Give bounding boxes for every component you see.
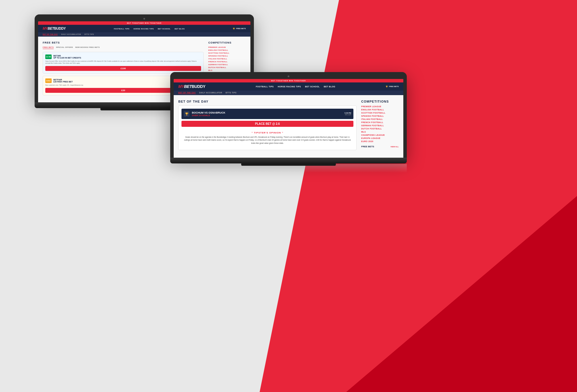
comp-euro-front[interactable]: EURO 2020	[361, 140, 399, 142]
main-front: BET OF THE DAY 🏆 BOCHUM VS OSNABRUCK OVE…	[178, 100, 357, 153]
comp-premier-front[interactable]: PREMIER LEAGUE	[361, 105, 399, 108]
laptop-back-camera	[143, 18, 145, 20]
nav-football-tips-front[interactable]: FOOTBALL TIPS	[256, 86, 274, 88]
bet365-cta-back[interactable]: £100	[45, 66, 201, 71]
comp-french-back[interactable]: FRENCH FOOTBALL	[208, 61, 246, 63]
bet365-header-back: bet 365 BET365 UP TO £100 IN BET CREDITS	[45, 54, 201, 59]
bet365-desc-back: Open Account Offer. Up to £100 in Bet Cr…	[45, 60, 201, 64]
bet365-logo-back: bet 365	[45, 54, 52, 59]
nav-bet-blog-back[interactable]: BET BLOG	[175, 28, 185, 30]
comp-english-front[interactable]: ENGLISH FOOTBALL	[361, 109, 399, 111]
sub-nav-front: BET OF THE DAY DAILY ACCUMULATOR BTTS TI…	[174, 91, 403, 95]
quote-close-icon: "	[282, 131, 283, 134]
trophy-nav-icon-back: 🏆	[233, 28, 235, 30]
comp-champions-front[interactable]: CHAMPIONS LEAGUE	[361, 134, 399, 136]
comp-italian-back[interactable]: ITALIAN FOOTBALL	[208, 58, 246, 60]
nav-bet-school-back[interactable]: BET SCHOOL	[158, 28, 171, 30]
quote-open-icon: "	[252, 131, 254, 134]
comp-german-front[interactable]: GERMAN FOOTBALL	[361, 125, 399, 127]
nav-horse-racing-front[interactable]: HORSE RACING TIPS	[278, 86, 301, 88]
free-bets-sidebar-front: FREE BETS VIEW ALL	[361, 145, 399, 148]
tipster-text-front: Goals should be on the agenda in the Bun…	[184, 136, 351, 145]
nav-links-front: FOOTBALL TIPS HORSE RACING TIPS BET SCHO…	[256, 85, 336, 88]
comp-scottish-front[interactable]: SCOTTISH FOOTBALL	[361, 112, 399, 114]
betfair-info-back: BETFAIR £20 RISK FREE BET	[53, 79, 73, 83]
comp-scottish-back[interactable]: SCOTTISH FOOTBALL	[208, 52, 246, 54]
match-card-front: 🏆 BOCHUM VS OSNABRUCK OVER 3.5 GOALS 5:3…	[181, 109, 353, 119]
match-cup-front: FA CUP	[344, 114, 351, 116]
nav-bet-blog-front[interactable]: BET BLOG	[324, 86, 335, 88]
sub-nav-accumulator-back[interactable]: DAILY ACCUMULATOR	[61, 33, 81, 35]
betfair-brand-back: BETFAIR	[53, 79, 73, 81]
comp-spanish-back[interactable]: SPANISH FOOTBALL	[208, 55, 246, 57]
match-trophy-icon-front: 🏆	[184, 111, 190, 117]
navbar-front: MYBETBUDDY FOOTBALL TIPS HORSE RACING TI…	[174, 82, 403, 91]
tipster-section-front: " TIPSTER'S OPINION " Goals should be on…	[181, 129, 353, 147]
comp-english-back[interactable]: ENGLISH FOOTBALL	[208, 49, 246, 51]
logo-back: MYBETBUDDY	[43, 27, 66, 31]
navbar-back: MYBETBUDDY FOOTBALL TIPS HORSE RACING TI…	[38, 25, 250, 32]
tabs-back: FREE BETS SPECIAL OFFERS NEW BOOKIE FREE…	[43, 46, 204, 49]
bet365-info-back: BET365 UP TO £100 IN BET CREDITS	[53, 55, 81, 59]
nav-links-back: FOOTBALL TIPS HORSE RACING TIPS BET SCHO…	[114, 27, 185, 30]
top-banner-back: BET TOGETHER WIN TOGETHER	[38, 21, 250, 25]
betfair-offer-back: £20 RISK FREE BET	[53, 81, 73, 83]
comp-europa-front[interactable]: EUROPA LEAGUE	[361, 137, 399, 139]
site-front: BET TOGETHER WIN TOGETHER MYBETBUDDY FOO…	[174, 79, 403, 158]
comp-german-back[interactable]: GERMAN FOOTBALL	[208, 64, 246, 65]
top-banner-text-back: BET TOGETHER WIN TOGETHER	[127, 22, 162, 24]
tab-free-bets-back[interactable]: FREE BETS	[43, 46, 54, 49]
competitions-title-back: COMPETITIONS	[208, 41, 246, 44]
match-bet-front: OVER 3.5 GOALS	[192, 114, 342, 117]
sub-nav-accumulator-front[interactable]: DAILY ACCUMULATOR	[199, 92, 222, 94]
nav-football-tips-back[interactable]: FOOTBALL TIPS	[114, 28, 130, 30]
comp-dutch-front[interactable]: DUTCH FOOTBALL	[361, 128, 399, 130]
comp-italian-front[interactable]: ITALIAN FOOTBALL	[361, 118, 399, 120]
bet-of-day-card-front: 🏆 BOCHUM VS OSNABRUCK OVER 3.5 GOALS 5:3…	[178, 105, 357, 150]
laptop-front: BET TOGETHER WIN TOGETHER MYBETBUDDY FOO…	[170, 72, 407, 173]
logo-front: MYBETBUDDY	[178, 84, 205, 89]
free-bets-nav-front[interactable]: 🏆 FREE BETS	[386, 86, 399, 88]
logo-my-front: MY	[178, 84, 184, 89]
free-bets-title-back: FREE BETS	[43, 41, 204, 44]
free-bets-nav-back[interactable]: 🏆 FREE BETS	[233, 28, 246, 30]
nav-bet-school-front[interactable]: BET SCHOOL	[305, 86, 320, 88]
sub-nav-betofday-front[interactable]: BET OF THE DAY	[178, 92, 196, 94]
match-title-front: BOCHUM VS OSNABRUCK	[192, 111, 342, 114]
logo-buddy-back: BUDDY	[54, 27, 66, 31]
match-info-front: BOCHUM VS OSNABRUCK OVER 3.5 GOALS	[192, 111, 342, 117]
comp-french-front[interactable]: FRENCH FOOTBALL	[361, 121, 399, 123]
match-meta-front: 5:30 PM FA CUP	[344, 112, 351, 116]
logo-my-back: MY	[43, 27, 48, 31]
sub-nav-betofday-back[interactable]: BET OF THE DAY	[43, 33, 58, 35]
laptop-front-frame: BET TOGETHER WIN TOGETHER MYBETBUDDY FOO…	[170, 72, 407, 158]
view-all-front[interactable]: VIEW ALL	[391, 146, 399, 148]
free-bets-sidebar-label-front: FREE BETS	[361, 145, 374, 148]
nav-horse-racing-back[interactable]: HORSE RACING TIPS	[134, 28, 154, 30]
sub-nav-btts-back[interactable]: BTTS TIPS	[85, 33, 94, 35]
bet-of-day-title-front: BET OF THE DAY	[178, 100, 357, 103]
sidebar-front: COMPETITIONS PREMIER LEAGUE ENGLISH FOOT…	[361, 100, 399, 153]
logo-buddy-front: BUDDY	[192, 84, 205, 89]
trophy-nav-icon-front: 🏆	[386, 86, 388, 88]
logo-bet-back: BET	[48, 27, 54, 31]
tab-new-bookie-back[interactable]: NEW BOOKIE FREE BETS	[75, 46, 100, 49]
comp-premier-back[interactable]: PREMIER LEAGUE	[208, 46, 246, 48]
comp-mls-front[interactable]: MLS	[361, 131, 399, 133]
bet365-card-back: bet 365 BET365 UP TO £100 IN BET CREDITS…	[43, 52, 204, 74]
content-front: BET OF THE DAY 🏆 BOCHUM VS OSNABRUCK OVE…	[174, 95, 403, 158]
tab-special-offers-back[interactable]: SPECIAL OFFERS	[56, 46, 73, 49]
tipster-title-front: " TIPSTER'S OPINION "	[184, 131, 351, 134]
comp-mls-back[interactable]: MLS	[208, 69, 246, 71]
laptop-front-screen: BET TOGETHER WIN TOGETHER MYBETBUDDY FOO…	[174, 79, 403, 158]
place-bet-btn-front[interactable]: PLACE BET @ 2.6	[181, 121, 353, 127]
competitions-title-front: COMPETITIONS	[361, 100, 399, 103]
top-banner-front: BET TOGETHER WIN TOGETHER	[174, 79, 403, 82]
top-banner-text-front: BET TOGETHER WIN TOGETHER	[271, 80, 306, 82]
comp-dutch-back[interactable]: DUTCH FOOTBALL	[208, 67, 246, 68]
sub-nav-back: BET OF THE DAY DAILY ACCUMULATOR BTTS TI…	[38, 32, 250, 37]
betfair-logo-back: betfair	[45, 78, 52, 83]
bet365-offer-back: UP TO £100 IN BET CREDITS	[53, 57, 81, 59]
comp-spanish-front[interactable]: SPANISH FOOTBALL	[361, 115, 399, 117]
sub-nav-btts-front[interactable]: BTTS TIPS	[226, 92, 237, 94]
